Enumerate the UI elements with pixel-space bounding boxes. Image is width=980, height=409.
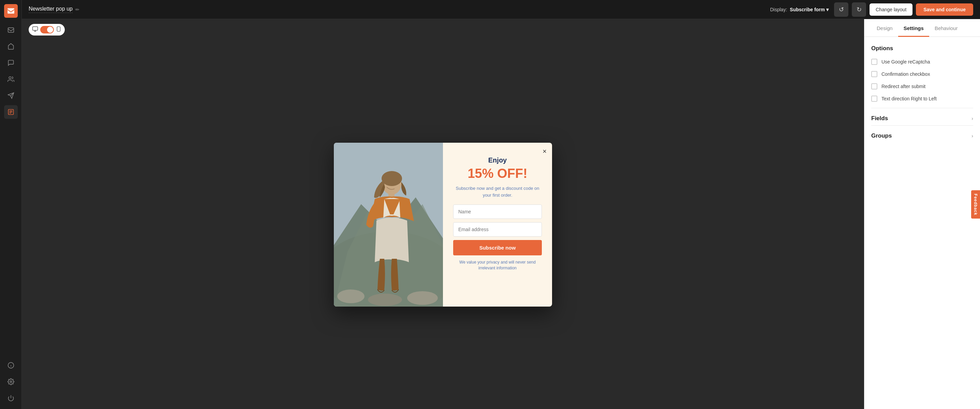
svg-point-27 xyxy=(382,171,402,186)
fields-section-title: Fields xyxy=(871,115,888,122)
display-value-text: Subscribe form xyxy=(790,7,825,12)
fields-expand-icon: › xyxy=(972,116,973,121)
display-value-btn[interactable]: Subscribe form ▾ xyxy=(790,7,829,12)
svg-point-24 xyxy=(368,294,402,306)
divider-1 xyxy=(871,108,973,108)
chevron-down-icon: ▾ xyxy=(826,7,829,12)
display-label: Display: xyxy=(770,7,788,12)
svg-rect-1 xyxy=(8,28,14,32)
sidebar-icon-send[interactable] xyxy=(4,89,18,102)
display-selector: Display: Subscribe form ▾ xyxy=(770,7,829,12)
popup-name-input[interactable] xyxy=(453,204,542,219)
popup-discount-text: 15% OFF! xyxy=(468,166,527,181)
feedback-tab[interactable]: Feedback xyxy=(971,190,980,219)
popup-email-input[interactable] xyxy=(453,222,542,236)
save-continue-button[interactable]: Save and continue xyxy=(916,3,973,16)
confirmation-label: Confirmation checkbox xyxy=(881,71,930,77)
right-panel: Design Settings Behaviour Options Use Go… xyxy=(864,19,980,409)
rtl-label: Text direction Right to Left xyxy=(881,96,937,101)
option-row-confirmation: Confirmation checkbox xyxy=(871,71,973,77)
panel-content: Options Use Google reCaptcha Confirmatio… xyxy=(864,37,980,409)
device-switcher[interactable] xyxy=(29,24,65,35)
mobile-icon[interactable] xyxy=(56,26,61,34)
recaptcha-label: Use Google reCaptcha xyxy=(881,59,930,64)
sidebar-icon-power[interactable] xyxy=(4,391,18,405)
sidebar xyxy=(0,0,22,409)
panel-tabs: Design Settings Behaviour xyxy=(864,19,980,37)
groups-section-title: Groups xyxy=(871,133,892,139)
svg-rect-14 xyxy=(33,27,38,30)
option-row-rtl: Text direction Right to Left xyxy=(871,96,973,102)
redirect-checkbox[interactable] xyxy=(871,83,877,89)
svg-point-12 xyxy=(10,381,11,383)
sidebar-icon-contacts[interactable] xyxy=(4,72,18,86)
device-toggle[interactable] xyxy=(40,26,54,34)
confirmation-checkbox[interactable] xyxy=(871,71,877,77)
svg-rect-17 xyxy=(57,27,60,31)
main-content: Newsletter pop up ✏ Display: Subscribe f… xyxy=(22,0,980,409)
popup-privacy-text: We value your privacy and will never sen… xyxy=(453,259,542,271)
option-row-recaptcha: Use Google reCaptcha xyxy=(871,59,973,65)
redirect-label: Redirect after submit xyxy=(881,84,926,89)
svg-point-25 xyxy=(407,291,438,305)
fields-section[interactable]: Fields › xyxy=(871,115,973,122)
sidebar-icon-campaigns[interactable] xyxy=(4,40,18,53)
popup-close-button[interactable]: × xyxy=(542,147,547,155)
desktop-icon[interactable] xyxy=(32,26,38,34)
groups-expand-icon: › xyxy=(972,133,973,139)
device-toolbar xyxy=(22,19,864,40)
edit-title-icon[interactable]: ✏ xyxy=(75,7,80,12)
recaptcha-checkbox[interactable] xyxy=(871,59,877,65)
popup-enjoy-text: Enjoy xyxy=(488,157,507,164)
popup-description: Subscribe now and get a discount code on… xyxy=(453,185,542,198)
popup-form-panel: × Enjoy 15% OFF! Subscribe now and get a… xyxy=(443,143,552,307)
svg-rect-0 xyxy=(8,8,14,14)
options-section-title: Options xyxy=(871,45,973,52)
sidebar-icon-settings[interactable] xyxy=(4,375,18,388)
rtl-checkbox[interactable] xyxy=(871,96,877,102)
groups-section[interactable]: Groups › xyxy=(871,133,973,139)
canvas-area: × Enjoy 15% OFF! Subscribe now and get a… xyxy=(22,19,864,409)
page-title: Newsletter pop up xyxy=(29,6,73,13)
tab-settings[interactable]: Settings xyxy=(898,19,929,37)
app-logo xyxy=(4,4,18,18)
popup-subscribe-button[interactable]: Subscribe now xyxy=(453,240,542,256)
change-layout-button[interactable]: Change layout xyxy=(870,3,913,16)
topbar: Newsletter pop up ✏ Display: Subscribe f… xyxy=(22,0,980,19)
divider-2 xyxy=(871,125,973,126)
topbar-title-area: Newsletter pop up ✏ xyxy=(29,6,80,13)
option-row-redirect: Redirect after submit xyxy=(871,83,973,89)
sidebar-icon-mail[interactable] xyxy=(4,23,18,37)
sidebar-icon-chat[interactable] xyxy=(4,56,18,70)
popup-image-panel xyxy=(334,143,443,307)
tab-behaviour[interactable]: Behaviour xyxy=(929,19,963,37)
preview-canvas: × Enjoy 15% OFF! Subscribe now and get a… xyxy=(22,40,864,409)
sidebar-icon-info[interactable] xyxy=(4,358,18,372)
popup-modal: × Enjoy 15% OFF! Subscribe now and get a… xyxy=(334,143,552,307)
svg-point-2 xyxy=(9,77,11,79)
sidebar-icon-forms[interactable] xyxy=(4,105,18,119)
tab-design[interactable]: Design xyxy=(871,19,898,37)
undo-button[interactable]: ↺ xyxy=(834,2,848,17)
topbar-actions: ↺ ↻ Change layout Save and continue xyxy=(834,2,973,17)
redo-button[interactable]: ↻ xyxy=(852,2,866,17)
svg-point-23 xyxy=(337,289,364,303)
